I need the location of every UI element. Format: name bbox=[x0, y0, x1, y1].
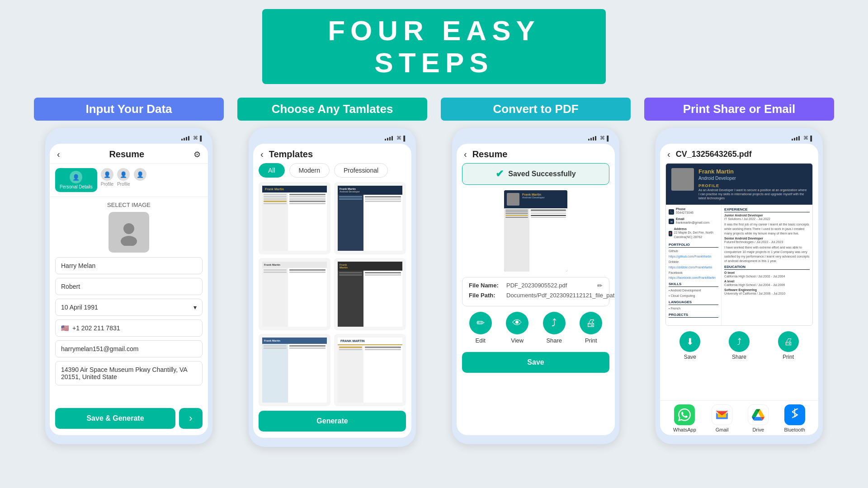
step-4-label: Print Share or Email bbox=[644, 98, 834, 121]
save-button[interactable]: Save bbox=[462, 352, 609, 373]
bluetooth-label: Bluetooth bbox=[784, 427, 805, 432]
share-apps-row: WhatsApp bbox=[660, 400, 818, 435]
pdf-right: EXPERIENCE Junior Android Developer IT S… bbox=[722, 205, 812, 325]
select-image-section: SELECT IMAGE bbox=[50, 197, 208, 257]
rp-body bbox=[504, 208, 567, 272]
share-action-icon: ⤴ bbox=[543, 312, 566, 334]
back-arrow-icon-4[interactable]: ‹ bbox=[667, 149, 670, 160]
generate-button[interactable]: Generate bbox=[259, 411, 406, 432]
lastname-field[interactable]: Robert bbox=[55, 278, 203, 295]
phone-1-content: ‹ Resume ⚙ 👤 Personal Details 👤 Profile … bbox=[50, 144, 208, 435]
filter-professional-button[interactable]: Professional bbox=[334, 163, 388, 178]
filter-icon[interactable]: ⚙ bbox=[193, 150, 201, 160]
profile-3-icon: 👤 bbox=[134, 168, 146, 181]
signal-icon-2 bbox=[385, 136, 393, 141]
signal-icon-4 bbox=[792, 136, 800, 141]
dob-field[interactable]: 10 April 1991 ▾ bbox=[55, 299, 203, 316]
share-share-action[interactable]: ⤴ Share bbox=[729, 331, 750, 360]
tab-personal[interactable]: 👤 Personal Details bbox=[55, 168, 97, 192]
filter-modern-button[interactable]: Modern bbox=[289, 163, 330, 178]
avatar-placeholder[interactable] bbox=[108, 212, 149, 253]
tab-profile-3[interactable]: 👤 bbox=[134, 168, 146, 192]
saved-banner: ✔ Saved Successfully bbox=[462, 163, 609, 185]
edit-label: Edit bbox=[476, 337, 486, 344]
gmail-app[interactable]: Gmail bbox=[712, 404, 732, 432]
back-arrow-icon-3[interactable]: ‹ bbox=[464, 149, 467, 160]
save-share-action[interactable]: ⬇ Save bbox=[679, 331, 700, 360]
share-share-icon: ⤴ bbox=[729, 331, 750, 352]
phone-value: +1 202 211 7831 bbox=[72, 324, 120, 332]
svg-point-0 bbox=[123, 223, 134, 234]
email-field[interactable]: harrymelan151@gmail.com bbox=[55, 340, 203, 357]
template-card-2[interactable]: Frank MartinAndroid Developer bbox=[334, 182, 406, 254]
print-share-icon: 🖨 bbox=[778, 331, 799, 352]
share-label: Share bbox=[546, 337, 562, 344]
tab-profile-1[interactable]: 👤 Profile bbox=[101, 168, 113, 192]
pdf-name-section: Frank Martin Android Developer PROFILE A… bbox=[698, 168, 807, 200]
template-card-5[interactable]: Frank Martin bbox=[259, 334, 330, 406]
battery-icon: ▌ bbox=[200, 136, 203, 141]
phone-1-status-bar: ⌘ ▌ bbox=[50, 135, 208, 144]
whatsapp-app[interactable]: WhatsApp bbox=[673, 404, 696, 432]
share-action[interactable]: ⤴ Share bbox=[543, 312, 566, 344]
template-grid: Frank Martin bbox=[253, 182, 411, 406]
phone-3-header: ‹ Resume bbox=[457, 144, 615, 163]
save-generate-button[interactable]: Save & Generate bbox=[55, 408, 175, 429]
view-label: View bbox=[511, 337, 524, 344]
back-arrow-icon[interactable]: ‹ bbox=[57, 149, 60, 160]
file-path-label: File Path: bbox=[469, 292, 503, 299]
phone-2-header: ‹ Templates bbox=[253, 144, 411, 163]
profile-2-icon: 👤 bbox=[117, 168, 130, 181]
pdf-avatar bbox=[671, 168, 694, 191]
view-action[interactable]: 👁 View bbox=[506, 312, 528, 344]
phone-4-status-bar: ⌘ ▌ bbox=[660, 135, 818, 144]
file-name-row: File Name: PDF_20230905522.pdf ✏ bbox=[469, 282, 603, 289]
main-title: FOUR EASY STEPS bbox=[289, 14, 579, 79]
wifi-icon: ⌘ bbox=[193, 135, 198, 141]
gmail-label: Gmail bbox=[716, 427, 729, 432]
tab-personal-label: Personal Details bbox=[60, 184, 93, 189]
whatsapp-label: WhatsApp bbox=[673, 427, 696, 432]
step-2-col: Choose Any Tamlates ⌘ ▌ ‹ Templates All bbox=[237, 98, 427, 447]
pdf-preview: Frank Martin Android Developer PROFILE A… bbox=[665, 163, 813, 326]
tab-profile-1-label: Profile bbox=[101, 182, 113, 187]
battery-icon-2: ▌ bbox=[403, 136, 407, 141]
filter-all-button[interactable]: All bbox=[259, 163, 285, 178]
tab-profile-2[interactable]: 👤 Profile bbox=[117, 168, 130, 192]
template-card-3[interactable]: Frank Martin bbox=[259, 258, 330, 330]
name-field[interactable]: Harry Melan bbox=[55, 257, 203, 274]
template-card-6[interactable]: FRANK MARTIN bbox=[334, 334, 406, 406]
signal-icon-3 bbox=[588, 136, 596, 141]
phone-4-content: ‹ CV_1325643265.pdf Frank Martin Android… bbox=[660, 144, 818, 435]
view-action-icon: 👁 bbox=[506, 312, 528, 334]
edit-action[interactable]: ✏ Edit bbox=[469, 312, 492, 344]
battery-icon-3: ▌ bbox=[607, 136, 610, 141]
phone-3-status-bar: ⌘ ▌ bbox=[457, 135, 615, 144]
edit-pen-icon[interactable]: ✏ bbox=[597, 282, 603, 289]
step-3-col: Convert to PDF ⌘ ▌ ‹ Resume ✔ bbox=[441, 98, 631, 444]
lastname-value: Robert bbox=[61, 283, 80, 290]
bluetooth-app[interactable]: Bluetooth bbox=[784, 404, 805, 432]
step-1-label: Input Your Data bbox=[34, 98, 224, 121]
print-action[interactable]: 🖨 Print bbox=[580, 312, 602, 344]
gmail-icon bbox=[712, 404, 732, 425]
arrow-button[interactable]: › bbox=[179, 408, 203, 429]
phone-field[interactable]: 🇺🇸 +1 202 211 7831 bbox=[55, 319, 203, 337]
drive-app[interactable]: Drive bbox=[748, 404, 769, 432]
template-card-1[interactable]: Frank Martin bbox=[259, 182, 330, 254]
file-name-label: File Name: bbox=[469, 282, 503, 289]
flag-icon: 🇺🇸 bbox=[61, 324, 69, 332]
rp-header: Frank Martin Android Developer bbox=[504, 190, 567, 208]
print-share-label: Print bbox=[783, 354, 794, 360]
print-share-action[interactable]: 🖨 Print bbox=[778, 331, 799, 360]
phone-2-title: Templates bbox=[269, 149, 313, 160]
address-field[interactable]: 14390 Air Space Museum Pkwy Chantilly, V… bbox=[55, 361, 203, 385]
signal-icon bbox=[181, 136, 189, 141]
template-card-4[interactable]: FrankMartin bbox=[334, 258, 406, 330]
save-share-label: Save bbox=[684, 354, 696, 360]
back-arrow-icon-2[interactable]: ‹ bbox=[260, 149, 264, 160]
phone-2-content: ‹ Templates All Modern Professional Fran… bbox=[253, 144, 411, 438]
address-icon: 📍 bbox=[669, 231, 672, 236]
rp-role: Android Developer bbox=[522, 196, 545, 199]
resume-mini-5: Frank Martin bbox=[262, 338, 327, 403]
